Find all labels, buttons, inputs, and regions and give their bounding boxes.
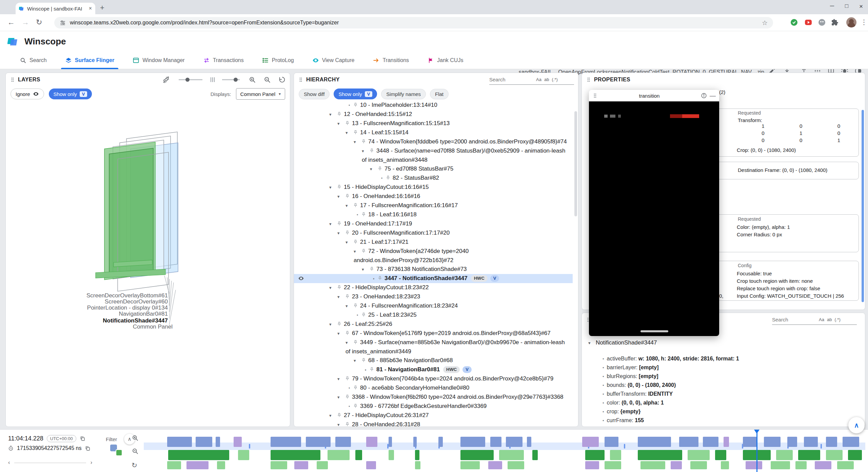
tab-search[interactable]: Search [12, 52, 54, 69]
chevron-down-icon[interactable]: ▾ [588, 340, 596, 346]
extension-icon-3[interactable] [818, 18, 826, 26]
minimize-icon[interactable]: — [710, 92, 716, 99]
timeline-event-track2[interactable] [271, 450, 320, 460]
timeline-event-track2[interactable] [328, 450, 350, 460]
timeline-event-track2[interactable] [826, 450, 843, 460]
pin-icon[interactable] [361, 212, 366, 217]
chevron-down-icon[interactable]: ▾ [346, 338, 353, 347]
zoom-out-icon[interactable] [263, 76, 271, 83]
timeline-event-track1[interactable] [743, 437, 757, 447]
timeline-event-track2[interactable] [238, 450, 249, 460]
timeline-event-track3[interactable] [746, 461, 762, 469]
show-only-v-toggle[interactable]: Show only V [334, 88, 377, 99]
address-bar[interactable]: winscope.teams.x20web.corp.google.com/pr… [54, 17, 773, 28]
hierarchy-node[interactable]: •10 - ImePlaceholder:13:14#10 [294, 101, 573, 110]
pin-icon[interactable] [337, 321, 342, 327]
layer-label-selected[interactable]: NotificationShade#3447 [103, 317, 168, 324]
chevron-down-icon[interactable]: ▾ [370, 165, 377, 174]
timeline-event-track1[interactable] [167, 437, 192, 447]
chevron-down-icon[interactable]: ▾ [346, 201, 353, 210]
pin-icon[interactable] [369, 148, 374, 153]
timeline-event-track1[interactable] [506, 437, 522, 447]
timezone-chip[interactable]: UTC+00:00 [47, 435, 76, 442]
timeline-event-track3[interactable] [294, 461, 308, 469]
properties-scrollbar[interactable] [862, 110, 864, 302]
hierarchy-node[interactable]: ▾17 - FullscreenMagnification:16:16#17 [294, 201, 573, 210]
pin-icon[interactable] [361, 358, 366, 363]
timeline-event-track1[interactable] [306, 437, 331, 447]
extensions-puzzle-icon[interactable] [831, 18, 839, 26]
hierarchy-node[interactable]: ▾23 - OneHanded:18:23#23 [294, 292, 573, 301]
chevron-down-icon[interactable]: ▾ [329, 220, 337, 229]
timeline-event-track3[interactable] [317, 461, 328, 469]
chevron-down-icon[interactable]: ▾ [354, 356, 361, 365]
property-row[interactable]: •activeBuffer: w: 1080, h: 2400, stride:… [603, 356, 739, 362]
drag-handle-icon[interactable] [586, 77, 591, 82]
chevron-down-icon[interactable]: ▾ [346, 129, 353, 137]
trace-legend-swatch-transactions[interactable] [116, 449, 122, 456]
timeline-event-track2[interactable] [610, 450, 621, 460]
extension-icon-1[interactable] [790, 18, 798, 26]
regex-icon[interactable]: (.*) [834, 317, 840, 322]
chevron-down-icon[interactable]: ▾ [329, 183, 337, 192]
property-row[interactable]: •bounds: (0, 0) - (1080, 2400) [603, 382, 676, 388]
pin-icon[interactable] [353, 203, 358, 208]
timeline-event-track3[interactable] [721, 461, 729, 469]
timeline-canvas[interactable] [144, 430, 865, 472]
timeline-event-track3[interactable] [415, 461, 420, 469]
drag-handle-icon[interactable] [298, 77, 303, 82]
layer-label[interactable]: ScreenDecorOverlay#60 [105, 298, 168, 305]
pin-icon[interactable] [337, 285, 342, 290]
pin-icon[interactable] [386, 175, 391, 180]
show-only-v-toggle[interactable]: Show only V [49, 88, 92, 99]
timeline-event-track3[interactable] [640, 461, 665, 469]
extension-icon-2[interactable] [804, 18, 812, 26]
properties-search-input[interactable] [772, 317, 816, 322]
pin-icon[interactable] [353, 404, 358, 409]
timeline-event-track2[interactable] [168, 450, 229, 460]
timeline-scrollbar-track[interactable] [14, 463, 86, 463]
pin-icon[interactable] [353, 102, 358, 107]
chevron-down-icon[interactable]: ▾ [329, 411, 337, 420]
timeline-event-track2[interactable] [848, 450, 862, 460]
zoom-in-icon[interactable] [249, 76, 256, 83]
window-close-icon[interactable]: × [859, 3, 863, 10]
back-icon[interactable]: ← [7, 18, 15, 27]
hierarchy-node[interactable]: ▾68 - 885b63e NavigationBar0#68 [294, 356, 573, 365]
timeline-event-track2[interactable] [776, 450, 793, 460]
timeline-event-track1[interactable] [196, 437, 212, 447]
timeline-event-track2[interactable] [460, 450, 494, 460]
pin-icon[interactable] [345, 394, 350, 399]
chevron-down-icon[interactable]: ▾ [337, 393, 345, 402]
property-row[interactable]: •blurRegions: [empty] [603, 373, 658, 379]
hierarchy-node[interactable]: ▾26 - Leaf:25:25#26 [294, 320, 573, 329]
timeline-cursor[interactable] [756, 430, 757, 472]
pin-icon[interactable] [337, 413, 342, 418]
pin-icon[interactable] [361, 139, 366, 144]
timeline-event-track1[interactable] [764, 437, 781, 447]
tune-icon[interactable] [60, 20, 66, 26]
match-word-icon[interactable]: ab [827, 317, 832, 322]
hierarchy-scrollbar[interactable] [574, 111, 577, 216]
forward-icon[interactable]: → [22, 18, 29, 27]
timeline-event-track1[interactable] [460, 437, 485, 447]
chevron-down-icon[interactable]: ▾ [329, 110, 337, 119]
hierarchy-node[interactable]: •3369 - 67726bf EdgeBackGestureHandler0#… [294, 402, 573, 411]
reset-view-icon[interactable] [278, 76, 286, 83]
timeline-event-track1[interactable] [804, 437, 818, 447]
chevron-down-icon[interactable]: ▾ [354, 138, 361, 146]
hierarchy-node[interactable]: ▾3368 - WindowToken{f6b2f60 type=2024 an… [294, 393, 573, 402]
hierarchy-node[interactable]: ▾28 - OneHanded:26:31#28 [294, 420, 573, 427]
timeline-event-track3[interactable] [837, 461, 854, 469]
regex-icon[interactable]: (.*) [552, 77, 557, 82]
hierarchy-node[interactable]: ▾12 - OneHanded:15:15#12 [294, 110, 573, 119]
reload-icon[interactable]: ↻ [36, 18, 42, 27]
visibility-eye-icon[interactable] [298, 275, 304, 281]
property-row[interactable]: •currFrame: 155 [603, 417, 644, 424]
chevron-down-icon[interactable]: ▾ [337, 329, 345, 338]
timeline-event-track1[interactable] [490, 437, 501, 447]
pin-icon[interactable] [369, 367, 374, 372]
chevron-down-icon[interactable]: ▾ [354, 247, 361, 256]
screenshot-window-titlebar[interactable]: transition — [589, 90, 719, 101]
chevron-down-icon[interactable]: ▾ [337, 192, 345, 201]
